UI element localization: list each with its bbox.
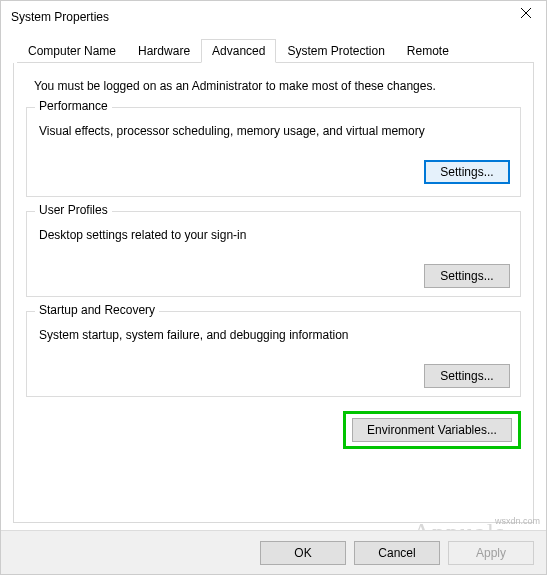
system-properties-window: System Properties Computer Name Hardware…: [0, 0, 547, 575]
apply-button[interactable]: Apply: [448, 541, 534, 565]
environment-variables-button[interactable]: Environment Variables...: [352, 418, 512, 442]
tab-remote[interactable]: Remote: [396, 39, 460, 62]
titlebar: System Properties: [1, 1, 546, 33]
performance-settings-button[interactable]: Settings...: [424, 160, 510, 184]
cancel-button[interactable]: Cancel: [354, 541, 440, 565]
startup-recovery-legend: Startup and Recovery: [35, 303, 159, 317]
dialog-footer: OK Cancel Apply: [1, 530, 546, 574]
ok-button[interactable]: OK: [260, 541, 346, 565]
startup-recovery-group: Startup and Recovery System startup, sys…: [26, 311, 521, 397]
tab-bar: Computer Name Hardware Advanced System P…: [17, 39, 534, 63]
highlight-annotation: Environment Variables...: [343, 411, 521, 449]
tab-content-advanced: You must be logged on as an Administrato…: [13, 63, 534, 523]
environment-variables-row: Environment Variables...: [26, 411, 521, 449]
admin-notice-text: You must be logged on as an Administrato…: [34, 79, 513, 93]
source-watermark: wsxdn.com: [495, 516, 540, 526]
user-profiles-legend: User Profiles: [35, 203, 112, 217]
tab-hardware[interactable]: Hardware: [127, 39, 201, 62]
performance-group: Performance Visual effects, processor sc…: [26, 107, 521, 197]
user-profiles-group: User Profiles Desktop settings related t…: [26, 211, 521, 297]
window-title: System Properties: [11, 10, 109, 24]
tab-system-protection[interactable]: System Protection: [276, 39, 395, 62]
tab-advanced[interactable]: Advanced: [201, 39, 276, 63]
startup-recovery-settings-button[interactable]: Settings...: [424, 364, 510, 388]
performance-description: Visual effects, processor scheduling, me…: [39, 124, 508, 138]
user-profiles-description: Desktop settings related to your sign-in: [39, 228, 508, 242]
tab-computer-name[interactable]: Computer Name: [17, 39, 127, 62]
close-button[interactable]: [506, 0, 546, 27]
close-icon: [521, 8, 531, 18]
startup-recovery-description: System startup, system failure, and debu…: [39, 328, 508, 342]
performance-legend: Performance: [35, 99, 112, 113]
user-profiles-settings-button[interactable]: Settings...: [424, 264, 510, 288]
